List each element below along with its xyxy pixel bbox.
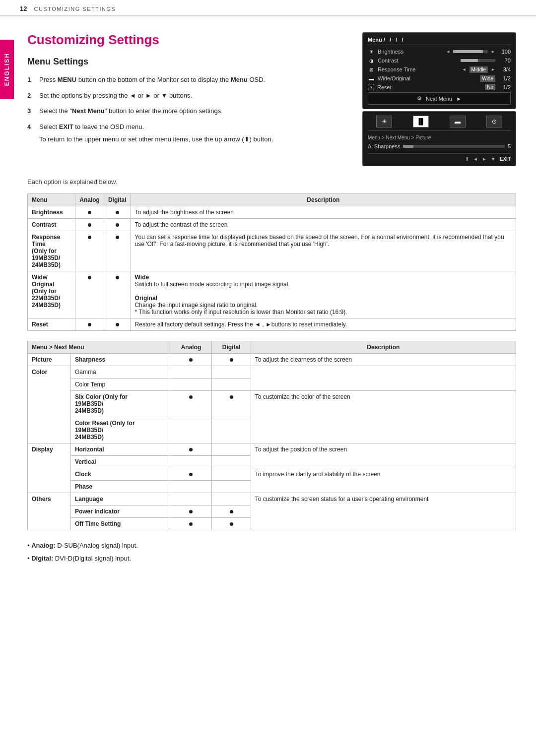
table-row: Others Language To customize the screen … (28, 493, 516, 505)
section-title: Customizing Settings (27, 32, 347, 48)
table-row: Clock To improve the clarity and stabili… (28, 468, 516, 481)
osd-display-icon: ▬ (450, 116, 466, 127)
footer-notes: • Analog: D-SUB(Analog signal) input. • … (27, 540, 516, 564)
osd-row-reset: R Reset No 1/2 (368, 84, 511, 90)
osd-screen-main: Menu / / / / ☀ Brightness ◄ ► 100 ◑ Cont… (362, 32, 516, 109)
right-icon: ► (482, 156, 487, 162)
table-next-menu-settings: Menu > Next Menu Analog Digital Descript… (27, 341, 516, 530)
osd-other-icon: ⊙ (486, 116, 502, 127)
sharpness-label: A Sharpness (368, 143, 400, 149)
step-3: Select the "Next Menu" button to enter t… (27, 106, 347, 116)
next-menu-label: Next Menu (426, 96, 452, 102)
step-1: Press MENU button on the bottom of the M… (27, 75, 347, 85)
footnote-digital: • Digital: DVI-D(Digital signal) input. (27, 553, 516, 564)
wide-icon: ▬ (368, 75, 375, 82)
osd-row-brightness: ☀ Brightness ◄ ► 100 (368, 48, 511, 55)
table-row: Picture Sharpness To adjust the clearnes… (28, 354, 516, 366)
page-number: 12 (20, 5, 27, 12)
osd-next-menu-bar: ⚙ Next Menu ► (368, 92, 511, 105)
th-menu: Menu (28, 194, 75, 206)
steps-list: Press MENU button on the bottom of the M… (27, 75, 347, 144)
osd-sun-icon: ☀ (376, 116, 392, 127)
up-icon: ⬆ (465, 156, 469, 162)
th2-digital: Digital (212, 341, 251, 354)
response-icon: ⊠ (368, 66, 375, 73)
step-4: Select EXIT to leave the OSD menu. To re… (27, 122, 347, 144)
osd-screen-submenu: ☀ ▐▌ ▬ ⊙ Menu > Next Menu > Picture A Sh… (362, 111, 516, 166)
osd-row-wide: ▬ Wide/Original Wide 1/2 (368, 75, 511, 82)
explained-text: Each option is explained below. (27, 178, 516, 186)
footnote-analog: • Analog: D-SUB(Analog signal) input. (27, 540, 516, 551)
subsection-title: Menu Settings (27, 57, 347, 67)
left-icon: ◄ (473, 156, 478, 162)
osd-icon-row: ☀ ▐▌ ▬ ⊙ (368, 116, 511, 131)
gear-icon: ⚙ (417, 95, 422, 102)
text-column: Customizing Settings Menu Settings Press… (27, 32, 347, 166)
osd-sharpness-row: A Sharpness 5 (368, 143, 511, 149)
osd-row-contrast: ◑ Contrast 70 (368, 57, 511, 64)
sharpness-value: 5 (508, 143, 511, 149)
table-row: Display Horizontal To adjust the positio… (28, 443, 516, 456)
brightness-icon: ☀ (368, 48, 375, 55)
page-header: 12 CUSTOMIZING SETTINGS (0, 0, 536, 16)
osd-title: Menu / / / / (368, 37, 511, 45)
th-digital: Digital (104, 194, 131, 206)
next-menu-arrow: ► (456, 96, 462, 102)
table-row: Brightness To adjust the brightness of t… (28, 206, 516, 219)
down-icon: ▼ (491, 156, 496, 162)
sidebar-english-label: ENGLISH (0, 40, 14, 99)
th-next-menu: Menu > Next Menu (28, 341, 170, 354)
table-menu-settings: Menu Analog Digital Description Brightne… (27, 193, 516, 331)
th2-description: Description (251, 341, 516, 354)
contrast-icon: ◑ (368, 57, 375, 64)
osd-column: Menu / / / / ☀ Brightness ◄ ► 100 ◑ Cont… (362, 32, 516, 166)
osd-breadcrumb: Menu > Next Menu > Picture (368, 135, 511, 140)
step-2: Set the options by pressing the ◄ or ► o… (27, 91, 347, 101)
page-header-title: CUSTOMIZING SETTINGS (34, 6, 116, 12)
table-row: Wide/Original(Only for22MB35D/24MB35D) W… (28, 271, 516, 318)
table-row: Color Gamma (28, 366, 516, 378)
reset-icon: R (368, 84, 374, 90)
table-row: Response Time(Only for19MB35D/24MB35D) Y… (28, 231, 516, 271)
table-row: Contrast To adjust the contrast of the s… (28, 219, 516, 231)
osd-row-response: ⊠ Response Time ◄ Middle ► 3/4 (368, 66, 511, 73)
exit-label: EXIT (500, 156, 511, 162)
osd-picture-icon: ▐▌ (413, 116, 429, 127)
th2-analog: Analog (170, 341, 212, 354)
table-row: Six Color (Only for19MB35D/24MB35D) To c… (28, 391, 516, 417)
top-section: Customizing Settings Menu Settings Press… (27, 32, 516, 166)
main-content: Customizing Settings Menu Settings Press… (0, 22, 536, 581)
osd-bottom-controls: ⬆ ◄ ► ▼ EXIT (368, 153, 511, 162)
table-row: Reset Restore all factory default settin… (28, 318, 516, 331)
th-analog: Analog (75, 194, 104, 206)
th-description: Description (131, 194, 516, 206)
